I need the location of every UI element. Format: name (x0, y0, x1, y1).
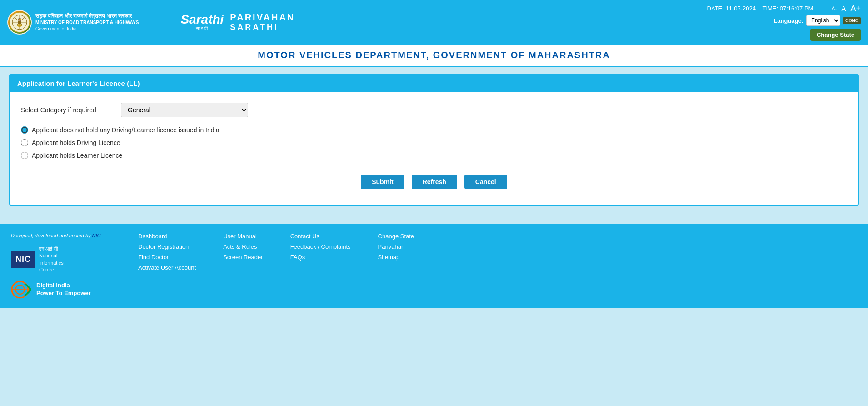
footer-col-1: Dashboard Doctor Registration Find Docto… (138, 233, 196, 271)
nic-hindi: एन आई सी (39, 246, 64, 252)
emblem: 🦁 (7, 10, 32, 35)
radio-label-2: Applicant holds Driving Licence (32, 139, 120, 146)
digital-india-logo: Digital India Power To Empower (11, 280, 120, 299)
footer-link-change-state[interactable]: Change State (378, 233, 414, 240)
cdac-badge: CDNC (843, 17, 861, 24)
footer-inner: Designed, developed and hosted by NIC NI… (11, 233, 857, 299)
footer-col-4: Change State Parivahan Sitemap (378, 233, 414, 271)
form-actions: Submit Refresh Cancel (21, 170, 847, 194)
nic-full: National (39, 252, 64, 259)
footer-link-contact-us[interactable]: Contact Us (290, 233, 351, 240)
form-card-body: Select Category if required General SC S… (10, 92, 858, 205)
footer-link-dashboard[interactable]: Dashboard (138, 233, 196, 240)
digital-india-icon (11, 280, 34, 299)
nic-logo: NIC एन आई सी National Informatics Centre (11, 246, 120, 274)
header-right: DATE: 11-05-2024 TIME: 07:16:07 PM A- A … (707, 4, 861, 41)
time-value: 07:16:07 PM (780, 5, 813, 12)
radio-label-3: Applicant holds Learner Licence (32, 152, 122, 159)
footer-designed-by: Designed, developed and hosted by NIC (11, 233, 120, 238)
emblem-inner: 🦁 (8, 11, 31, 34)
cancel-button[interactable]: Cancel (464, 175, 507, 189)
language-select[interactable]: English Hindi Marathi (806, 15, 840, 26)
nic-informatics: Informatics (39, 260, 64, 266)
nic-box: NIC (11, 251, 35, 268)
category-label: Select Category if required (21, 106, 112, 114)
footer-col-2: User Manual Acts & Rules Screen Reader (223, 233, 263, 271)
radio-item-2[interactable]: Applicant holds Driving Licence (21, 139, 847, 146)
main-content: Application for Learner's Licence (LL) S… (0, 67, 868, 213)
footer-link-faqs[interactable]: FAQs (290, 254, 351, 261)
sarathi-hindi: Sarathi (180, 13, 224, 26)
english-title: MINISTRY OF ROAD TRANSPORT & HIGHWAYS (35, 20, 139, 26)
ministry-logo: 🦁 सड़क परिवहन और राजमार्ग मंत्रालय भारत … (7, 10, 139, 35)
submit-button[interactable]: Submit (361, 175, 404, 189)
footer-links: Dashboard Doctor Registration Find Docto… (138, 233, 857, 271)
nic-centre: Centre (39, 266, 64, 273)
nic-text: एन आई सी National Informatics Centre (39, 246, 64, 274)
footer: Designed, developed and hosted by NIC NI… (0, 224, 868, 308)
time-label: TIME: (762, 5, 778, 12)
date-label: DATE: (707, 5, 724, 12)
footer-link-acts-rules[interactable]: Acts & Rules (223, 243, 263, 250)
sarathi-label: SARATHI (230, 23, 295, 32)
radio-driving-licence[interactable] (21, 139, 28, 146)
ministry-text: सड़क परिवहन और राजमार्ग मंत्रालय भारत सर… (35, 12, 139, 33)
language-label: Language: (773, 17, 803, 24)
sarathi-icon: Sarathi सारथी (180, 13, 224, 31)
language-row: Language: English Hindi Marathi CDNC (773, 15, 861, 26)
radio-item-1[interactable]: Applicant does not hold any Driving/Lear… (21, 126, 847, 134)
digital-india-label: Digital India (36, 282, 91, 290)
digital-india-tagline: Power To Empower (36, 290, 91, 297)
form-card: Application for Learner's Licence (LL) S… (9, 74, 859, 206)
sarathi-subtitle: सारथी (196, 26, 209, 31)
category-select[interactable]: General SC ST OBC (121, 103, 248, 117)
refresh-button[interactable]: Refresh (412, 175, 457, 189)
nic-link[interactable]: NIC (92, 233, 101, 238)
digital-india-text: Digital India Power To Empower (36, 282, 91, 297)
footer-link-screen-reader[interactable]: Screen Reader (223, 254, 263, 261)
svg-text:🦁: 🦁 (18, 18, 22, 22)
date-time: DATE: 11-05-2024 TIME: 07:16:07 PM (707, 5, 813, 12)
font-size-controls: A- A A+ (831, 4, 861, 13)
parivahan-label: PARIVAHAN (230, 12, 295, 23)
radio-group: Applicant does not hold any Driving/Lear… (21, 126, 847, 159)
font-small-btn[interactable]: A- (831, 5, 837, 12)
radio-item-3[interactable]: Applicant holds Learner Licence (21, 152, 847, 159)
page-title: MOTOR VEHICLES DEPARTMENT, GOVERNMENT OF… (0, 50, 868, 60)
footer-link-doctor-registration[interactable]: Doctor Registration (138, 243, 196, 250)
font-normal-btn[interactable]: A (841, 5, 846, 12)
nic-letters: NIC (15, 255, 31, 264)
category-row: Select Category if required General SC S… (21, 103, 847, 117)
radio-learner-licence[interactable] (21, 152, 28, 159)
footer-link-feedback[interactable]: Feedback / Complaints (290, 243, 351, 250)
change-state-header-button[interactable]: Change State (810, 29, 861, 41)
radio-label-1: Applicant does not hold any Driving/Lear… (32, 126, 219, 134)
date-value: 11-05-2024 (725, 5, 756, 12)
footer-link-activate-account[interactable]: Activate User Account (138, 264, 196, 271)
hindi-title: सड़क परिवहन और राजमार्ग मंत्रालय भारत सर… (35, 12, 139, 20)
header: 🦁 सड़क परिवहन और राजमार्ग मंत्रालय भारत … (0, 0, 868, 45)
footer-logos: Designed, developed and hosted by NIC NI… (11, 233, 120, 299)
form-card-header: Application for Learner's Licence (LL) (10, 75, 858, 92)
footer-col-3: Contact Us Feedback / Complaints FAQs (290, 233, 351, 271)
footer-link-sitemap[interactable]: Sitemap (378, 254, 414, 261)
font-large-btn[interactable]: A+ (850, 4, 861, 13)
sarathi-logo: Sarathi सारथी PARIVAHAN SARATHI (180, 12, 295, 32)
footer-link-find-doctor[interactable]: Find Doctor (138, 254, 196, 261)
govt-text: Government of India (35, 26, 139, 32)
page-title-bar: MOTOR VEHICLES DEPARTMENT, GOVERNMENT OF… (0, 45, 868, 67)
footer-link-parivahan[interactable]: Parivahan (378, 243, 414, 250)
footer-link-user-manual[interactable]: User Manual (223, 233, 263, 240)
svg-point-7 (17, 24, 22, 27)
radio-no-licence[interactable] (21, 126, 28, 134)
